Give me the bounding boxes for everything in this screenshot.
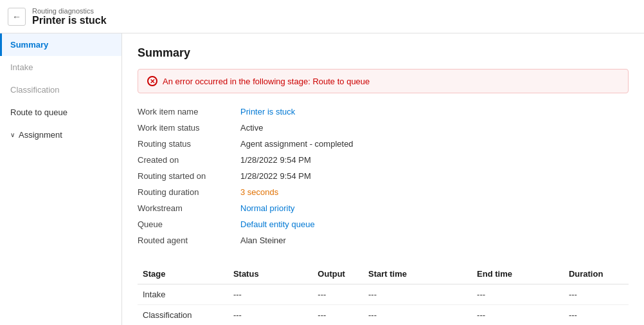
info-row-routing-status: Routing status Agent assignment - comple… [138,136,629,152]
stage-start-intake: --- [363,284,472,305]
info-row-routing-started-on: Routing started on 1/28/2022 9:54 PM [138,168,629,184]
stage-duration-classification: --- [564,305,629,326]
error-banner-text: An error occurred in the following stage… [163,77,370,86]
back-button[interactable]: ← [8,8,26,26]
stage-end-classification: --- [472,305,564,326]
stage-table-body: Intake --- --- --- --- --- Classificatio… [138,284,629,326]
sidebar-group-assignment[interactable]: ∨ Assignment [0,124,121,146]
stage-duration-intake: --- [564,284,629,305]
stage-start-classification: --- [363,305,472,326]
back-icon: ← [12,12,21,22]
info-label-created-on: Created on [138,155,240,165]
info-value-workstream[interactable]: Normal priority [240,203,295,213]
error-icon: ✕ [147,76,157,86]
info-label-work-item-status: Work item status [138,123,240,133]
stage-status-classification: --- [228,305,312,326]
info-table: Work item name Printer is stuck Work ite… [138,104,629,248]
info-label-routing-duration: Routing duration [138,187,240,197]
info-row-work-item-status: Work item status Active [138,120,629,136]
col-header-duration: Duration [564,264,629,284]
sidebar-item-classification[interactable]: Classification [0,79,121,101]
info-row-created-on: Created on 1/28/2022 9:54 PM [138,152,629,168]
info-row-routing-duration: Routing duration 3 seconds [138,184,629,200]
info-label-routing-started-on: Routing started on [138,171,240,181]
stage-output-intake: --- [312,284,363,305]
main-title: Summary [138,46,629,60]
info-row-workstream: Workstream Normal priority [138,200,629,216]
info-label-routing-status: Routing status [138,139,240,149]
stage-name-intake: Intake [138,284,228,305]
stage-name-classification: Classification [138,305,228,326]
sidebar-item-route-to-queue[interactable]: Route to queue [0,101,121,124]
col-header-output: Output [312,264,363,284]
sidebar-item-summary[interactable]: Summary [0,33,121,56]
layout: Summary Intake Classification Route to q… [0,33,644,325]
info-value-created-on: 1/28/2022 9:54 PM [240,155,311,165]
error-banner: ✕ An error occurred in the following sta… [138,69,629,93]
info-value-work-item-status: Active [240,123,263,133]
info-value-queue[interactable]: Default entity queue [240,219,315,229]
info-value-work-item-name[interactable]: Printer is stuck [240,107,295,116]
info-row-queue: Queue Default entity queue [138,216,629,232]
info-label-routed-agent: Routed agent [138,236,240,245]
page-title: Printer is stuck [32,15,107,26]
stage-output-classification: --- [312,305,363,326]
info-row-work-item-name: Work item name Printer is stuck [138,104,629,120]
info-label-workstream: Workstream [138,203,240,213]
table-row: Intake --- --- --- --- --- [138,284,629,305]
header: ← Routing diagnostics Printer is stuck [0,0,644,33]
table-row: Classification --- --- --- --- --- [138,305,629,326]
sidebar-item-intake[interactable]: Intake [0,56,121,79]
info-label-work-item-name: Work item name [138,107,240,116]
info-row-routed-agent: Routed agent Alan Steiner [138,232,629,248]
col-header-start-time: Start time [363,264,472,284]
breadcrumb: Routing diagnostics [32,7,107,15]
chevron-down-icon: ∨ [10,131,15,138]
header-text: Routing diagnostics Printer is stuck [32,7,107,26]
stage-table: Stage Status Output Start time End time … [138,264,629,325]
sidebar-group-label: Assignment [19,130,62,140]
stage-status-intake: --- [228,284,312,305]
col-header-end-time: End time [472,264,564,284]
info-value-routed-agent: Alan Steiner [240,236,286,245]
col-header-stage: Stage [138,264,228,284]
info-label-queue: Queue [138,219,240,229]
info-value-routing-duration: 3 seconds [240,187,278,197]
stage-table-header: Stage Status Output Start time End time … [138,264,629,284]
info-value-routing-started-on: 1/28/2022 9:54 PM [240,171,311,181]
main-content: Summary ✕ An error occurred in the follo… [122,33,644,325]
info-value-routing-status: Agent assignment - completed [240,139,353,149]
col-header-status: Status [228,264,312,284]
stage-end-intake: --- [472,284,564,305]
sidebar: Summary Intake Classification Route to q… [0,33,122,325]
